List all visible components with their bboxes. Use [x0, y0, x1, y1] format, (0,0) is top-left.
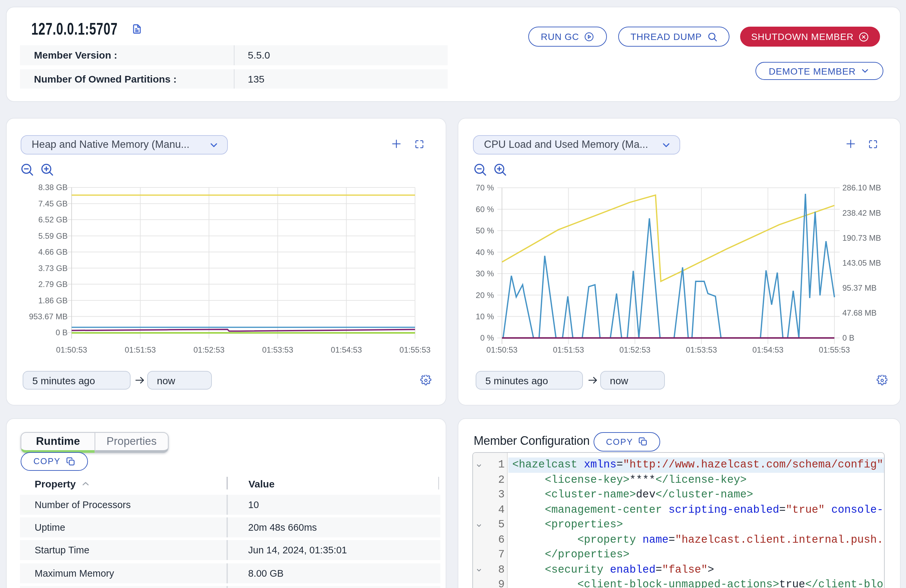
svg-text:40 %: 40 %	[476, 248, 494, 257]
svg-text:01:53:53: 01:53:53	[262, 345, 293, 354]
svg-text:01:52:53: 01:52:53	[193, 345, 224, 354]
svg-text:3.73 GB: 3.73 GB	[38, 264, 67, 273]
svg-text:7.45 GB: 7.45 GB	[38, 199, 67, 208]
svg-text:01:55:53: 01:55:53	[819, 345, 850, 354]
svg-text:0 %: 0 %	[480, 333, 494, 342]
svg-text:01:55:53: 01:55:53	[399, 345, 430, 354]
svg-text:95.37 MB: 95.37 MB	[842, 284, 877, 292]
svg-text:20 %: 20 %	[476, 291, 494, 300]
svg-text:8.38 GB: 8.38 GB	[38, 183, 67, 192]
svg-text:01:50:53: 01:50:53	[56, 345, 87, 354]
svg-text:01:51:53: 01:51:53	[553, 345, 584, 354]
svg-text:01:52:53: 01:52:53	[619, 345, 650, 354]
svg-text:4.66 GB: 4.66 GB	[38, 247, 67, 257]
svg-text:01:54:53: 01:54:53	[330, 345, 361, 354]
svg-text:0 B: 0 B	[842, 333, 854, 342]
svg-text:190.73 MB: 190.73 MB	[842, 233, 881, 242]
svg-text:60 %: 60 %	[476, 205, 494, 214]
svg-text:70 %: 70 %	[476, 183, 494, 192]
svg-text:10 %: 10 %	[476, 312, 494, 321]
svg-text:953.67 MB: 953.67 MB	[29, 312, 67, 321]
svg-text:01:51:53: 01:51:53	[124, 345, 155, 354]
svg-text:6.52 GB: 6.52 GB	[38, 215, 67, 224]
svg-text:01:54:53: 01:54:53	[753, 345, 783, 354]
svg-text:143.05 MB: 143.05 MB	[842, 258, 881, 268]
svg-text:50 %: 50 %	[476, 226, 494, 235]
svg-text:01:53:53: 01:53:53	[686, 345, 717, 354]
svg-text:5.59 GB: 5.59 GB	[38, 231, 67, 241]
svg-text:01:50:53: 01:50:53	[486, 345, 517, 354]
svg-text:0 B: 0 B	[55, 328, 67, 337]
svg-text:2.79 GB: 2.79 GB	[38, 280, 67, 289]
svg-text:1.86 GB: 1.86 GB	[38, 296, 67, 305]
svg-text:30 %: 30 %	[476, 269, 494, 278]
svg-text:286.10 MB: 286.10 MB	[842, 183, 881, 192]
svg-text:238.42 MB: 238.42 MB	[842, 209, 881, 217]
svg-text:47.68 MB: 47.68 MB	[842, 308, 877, 317]
